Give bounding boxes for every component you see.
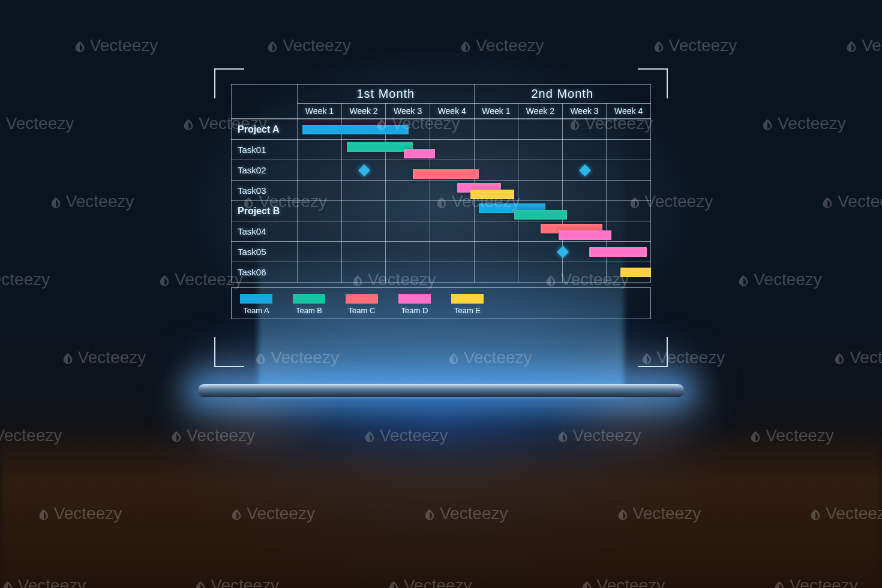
gantt-chart-panel: 1st Month 2nd Month Week 1Week 2Week 3We…	[231, 84, 651, 319]
corner-bracket-icon	[214, 337, 244, 367]
legend-label: Team D	[401, 306, 428, 315]
week-header: Week 2	[341, 104, 386, 119]
legend-item: Team D	[398, 294, 431, 315]
grid-cell	[386, 221, 430, 242]
grid-cell	[562, 221, 607, 242]
month-header: 2nd Month	[474, 85, 650, 104]
grid-cell	[386, 160, 430, 181]
legend-item: Team B	[293, 294, 325, 315]
grid-cell	[430, 140, 474, 160]
grid-cell	[430, 242, 474, 262]
week-header: Week 3	[562, 104, 607, 119]
corner-bracket-icon	[638, 337, 668, 367]
grid-cell	[518, 181, 563, 201]
task-row-label: Task05	[232, 242, 298, 262]
grid-cell	[341, 201, 386, 221]
legend-swatch	[240, 294, 272, 304]
grid-cell	[386, 242, 430, 262]
grid-cell	[562, 201, 607, 221]
gantt-row-grid: Project ATask01Task02Task03Project BTask…	[231, 119, 651, 283]
grid-cell	[386, 140, 430, 160]
grid-cell	[562, 181, 607, 201]
week-header: Week 1	[474, 104, 518, 119]
legend-item: Team A	[240, 294, 272, 315]
task-row-label: Task01	[232, 140, 298, 160]
project-row-label: Project A	[232, 119, 298, 140]
grid-cell	[474, 160, 518, 181]
gantt-time-header: 1st Month 2nd Month Week 1Week 2Week 3We…	[231, 84, 651, 119]
grid-cell	[341, 119, 386, 140]
legend-item: Team E	[451, 294, 484, 315]
grid-cell	[298, 119, 342, 140]
grid-cell	[607, 201, 651, 221]
grid-cell	[562, 262, 607, 283]
grid-cell	[518, 242, 563, 262]
grid-cell	[474, 140, 518, 160]
grid-cell	[298, 140, 342, 160]
grid-cell	[430, 160, 474, 181]
grid-cell	[518, 262, 563, 283]
grid-cell	[386, 181, 430, 201]
grid-cell	[298, 262, 342, 283]
grid-cell	[562, 140, 607, 160]
grid-cell	[341, 262, 386, 283]
gantt-chart-area: Project ATask01Task02Task03Project BTask…	[231, 119, 651, 283]
grid-cell	[386, 262, 430, 283]
grid-cell	[562, 119, 607, 140]
legend-swatch	[293, 294, 325, 304]
grid-cell	[341, 221, 386, 242]
project-row-label: Project B	[232, 201, 298, 221]
legend-swatch	[346, 294, 378, 304]
grid-cell	[607, 140, 651, 160]
grid-cell	[430, 119, 474, 140]
tablet-device	[198, 384, 684, 397]
grid-cell	[518, 221, 563, 242]
legend-label: Team B	[296, 306, 322, 315]
grid-cell	[474, 221, 518, 242]
legend-swatch	[398, 294, 431, 304]
grid-cell	[562, 160, 607, 181]
grid-cell	[298, 160, 342, 181]
week-header: Week 2	[518, 104, 563, 119]
legend-label: Team E	[454, 306, 481, 315]
grid-cell	[430, 181, 474, 201]
grid-cell	[474, 242, 518, 262]
grid-cell	[607, 242, 651, 262]
grid-cell	[298, 242, 342, 262]
grid-cell	[386, 119, 430, 140]
grid-cell	[430, 221, 474, 242]
grid-cell	[607, 160, 651, 181]
grid-cell	[607, 262, 651, 283]
grid-cell	[341, 140, 386, 160]
grid-cell	[607, 221, 651, 242]
grid-cell	[298, 221, 342, 242]
grid-cell	[341, 242, 386, 262]
grid-cell	[518, 160, 563, 181]
grid-cell	[474, 119, 518, 140]
task-row-label: Task02	[232, 160, 298, 181]
grid-cell	[341, 160, 386, 181]
chart-legend: Team ATeam BTeam CTeam DTeam E	[231, 287, 651, 319]
grid-cell	[607, 181, 651, 201]
legend-label: Team A	[243, 306, 269, 315]
task-row-label: Task03	[232, 181, 298, 201]
legend-label: Team C	[349, 306, 376, 315]
corner-bracket-icon	[214, 68, 244, 98]
grid-cell	[562, 242, 607, 262]
month-header: 1st Month	[298, 85, 474, 104]
legend-item: Team C	[346, 294, 378, 315]
grid-cell	[341, 181, 386, 201]
grid-cell	[430, 201, 474, 221]
grid-cell	[518, 201, 563, 221]
grid-cell	[607, 119, 651, 140]
week-header: Week 4	[607, 104, 651, 119]
grid-cell	[386, 201, 430, 221]
corner-bracket-icon	[638, 68, 668, 98]
grid-cell	[298, 201, 342, 221]
grid-cell	[474, 262, 518, 283]
task-row-label: Task06	[232, 262, 298, 283]
legend-swatch	[451, 294, 484, 304]
week-header: Week 4	[430, 104, 474, 119]
week-header: Week 3	[386, 104, 430, 119]
grid-cell	[474, 201, 518, 221]
